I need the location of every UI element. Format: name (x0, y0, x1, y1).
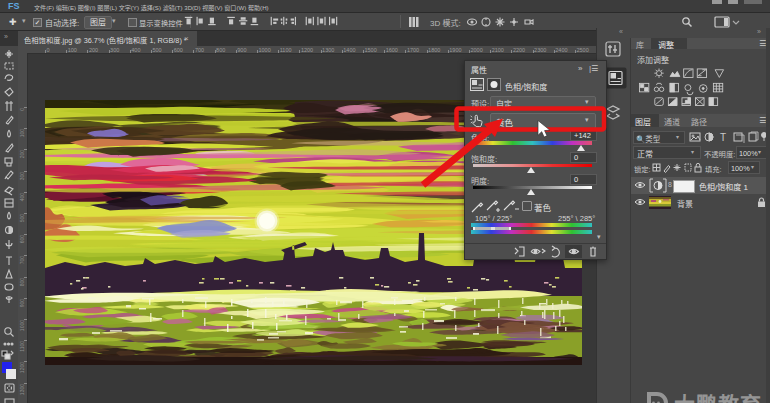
svg-text:大鹏教育: 大鹏教育 (674, 393, 762, 403)
svg-text:T: T (720, 132, 726, 143)
